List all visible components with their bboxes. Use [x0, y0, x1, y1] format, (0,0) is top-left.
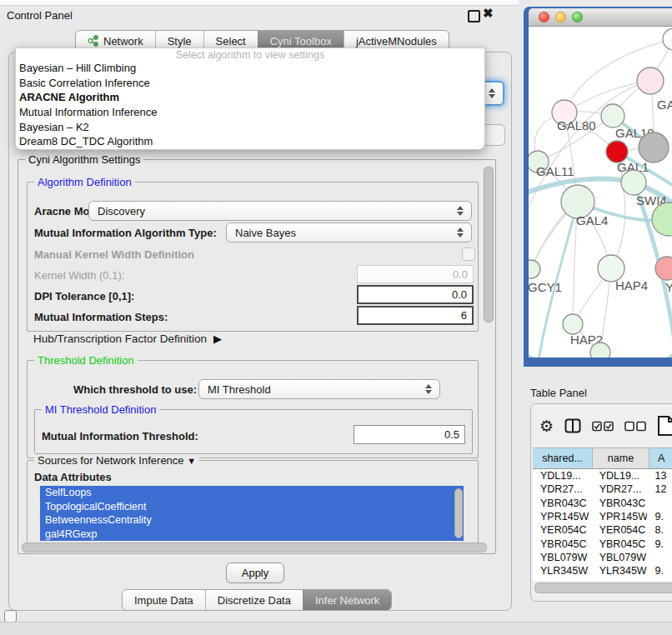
- manual-kernel-checkbox[interactable]: [462, 248, 475, 261]
- table-cell[interactable]: YBR045C: [533, 538, 592, 550]
- combo-arrows-icon: [457, 206, 464, 216]
- algorithm-option[interactable]: Basic Correlation Inference: [16, 76, 484, 91]
- table-row[interactable]: YBR043CYBR043C: [533, 497, 672, 510]
- column-header-avg-shortest-path[interactable]: A: [649, 448, 672, 469]
- apply-button[interactable]: Apply: [226, 562, 284, 583]
- table-row[interactable]: YIL052CYIL052C9: [533, 578, 672, 581]
- network-node[interactable]: [601, 104, 624, 128]
- network-canvas[interactable]: GALGAL80GAL10GAL1GAL11SWI4GAL4GCY1HAP4YH…: [529, 27, 672, 358]
- collapsed-panel-icon[interactable]: [4, 610, 17, 622]
- document-icon[interactable]: [657, 415, 672, 437]
- network-node[interactable]: [590, 342, 610, 358]
- dpi-tolerance-field[interactable]: 0.0: [357, 285, 474, 304]
- data-attribute-item[interactable]: gal4RGexp: [40, 528, 464, 542]
- table-cell[interactable]: YIL052C: [533, 579, 592, 581]
- algorithm-option[interactable]: Bayesian – K2: [16, 120, 484, 135]
- network-view-window[interactable]: GALGAL80GAL10GAL1GAL11SWI4GAL4GCY1HAP4YH…: [524, 7, 672, 367]
- which-threshold-combobox[interactable]: MI Threshold: [198, 379, 440, 399]
- settings-horizontal-scrollbar[interactable]: [22, 542, 487, 552]
- table-cell[interactable]: YPR145W: [592, 511, 648, 522]
- table-cell[interactable]: YLR345W: [592, 565, 648, 577]
- close-traffic-light-icon[interactable]: [539, 12, 549, 22]
- settings-vertical-scrollbar[interactable]: [484, 167, 494, 322]
- network-node[interactable]: [621, 170, 646, 195]
- table-cell[interactable]: YPR145W: [533, 511, 592, 522]
- hub-definition-expander[interactable]: Hub/Transcription Factor Definition ▶: [33, 332, 222, 345]
- attributes-vertical-scrollbar[interactable]: [454, 488, 463, 538]
- tab-select-label: Select: [216, 35, 246, 48]
- mi-threshold-field[interactable]: 0.5: [354, 425, 465, 444]
- aracne-mode-combobox[interactable]: Discovery: [88, 201, 472, 221]
- table-row[interactable]: YDL19...YDL19...13: [533, 469, 672, 482]
- table-cell[interactable]: 9: [647, 579, 672, 581]
- table-cell[interactable]: YBR043C: [592, 498, 648, 509]
- chevron-down-icon[interactable]: ▼: [187, 456, 196, 466]
- network-node[interactable]: [563, 314, 583, 334]
- table-cell[interactable]: YDL19...: [533, 470, 592, 482]
- tab-style-label: Style: [168, 35, 192, 48]
- deselect-all-columns-icon[interactable]: [624, 421, 646, 432]
- table-cell[interactable]: 9.: [647, 565, 672, 577]
- column-header-shared-name[interactable]: shared...: [533, 448, 593, 469]
- columns-icon[interactable]: [564, 418, 581, 434]
- gear-icon[interactable]: ⚙: [539, 418, 554, 434]
- network-node[interactable]: [637, 68, 664, 94]
- bottom-tabbar: Impute Data Discretize Data Infer Networ…: [122, 589, 392, 611]
- table-cell[interactable]: YER054C: [533, 524, 592, 536]
- algorithm-options: Bayesian – Hill ClimbingBasic Correlatio…: [16, 61, 484, 149]
- network-node[interactable]: [529, 260, 540, 278]
- close-icon[interactable]: ✖: [483, 6, 494, 21]
- algorithm-option[interactable]: Bayesian – Hill Climbing: [16, 61, 484, 76]
- network-node[interactable]: [639, 132, 669, 162]
- table-cell[interactable]: YBR043C: [533, 498, 592, 509]
- table-row[interactable]: YER054CYER054C8.: [533, 523, 672, 537]
- zoom-traffic-light-icon[interactable]: [572, 12, 583, 22]
- table-row[interactable]: YBL079WYBL079W: [533, 551, 672, 564]
- data-attribute-item[interactable]: TopologicalCoefficient: [40, 500, 464, 514]
- column-header-name[interactable]: name: [593, 448, 649, 469]
- minimize-traffic-light-icon[interactable]: [555, 12, 566, 22]
- table-row[interactable]: YLR345WYLR345W9.: [533, 564, 672, 578]
- mi-type-combobox[interactable]: Naive Bayes: [226, 222, 472, 242]
- table-cell[interactable]: YDL19...: [592, 470, 648, 482]
- kernel-width-field[interactable]: 0.0: [357, 265, 474, 283]
- table-cell[interactable]: 9.: [647, 511, 672, 522]
- tab-infer-network-label: Infer Network: [315, 594, 379, 607]
- table-cell[interactable]: 9.: [647, 538, 672, 550]
- mi-steps-field[interactable]: 6: [357, 306, 474, 325]
- tab-infer-network[interactable]: Infer Network: [303, 590, 391, 610]
- table-cell[interactable]: 12: [647, 483, 672, 495]
- table-cell[interactable]: YLR345W: [533, 565, 592, 577]
- table-cell[interactable]: YBL079W: [533, 552, 592, 563]
- table-cell[interactable]: YBR045C: [592, 538, 648, 550]
- network-node[interactable]: [652, 202, 672, 236]
- table-row[interactable]: YBR045CYBR045C9.: [533, 537, 672, 550]
- network-node[interactable]: [663, 28, 672, 50]
- aracne-mode-value: Discovery: [98, 205, 145, 218]
- algorithm-option[interactable]: ARACNE Algorithm: [16, 90, 484, 105]
- settings-group-title: Cyni Algorithm Settings: [25, 153, 143, 166]
- table-cell[interactable]: YDR27...: [592, 483, 648, 495]
- network-window-titlebar[interactable]: [529, 8, 672, 27]
- data-attribute-item[interactable]: BetweennessCentrality: [40, 513, 464, 528]
- float-window-icon[interactable]: [468, 10, 480, 22]
- table-cell[interactable]: 13: [647, 470, 672, 482]
- table-header: shared... name A: [533, 448, 672, 469]
- select-all-columns-icon[interactable]: [592, 421, 614, 432]
- algorithm-option[interactable]: Mutual Information Inference: [16, 105, 484, 120]
- table-cell[interactable]: YIL052C: [592, 579, 648, 581]
- table-cell[interactable]: YDR27...: [533, 483, 592, 495]
- table-body: YDL19...YDL19...13YDR27...YDR27...12YBR0…: [533, 469, 672, 581]
- table-panel: ⚙: [530, 403, 672, 602]
- status-bar: [0, 622, 672, 635]
- table-row[interactable]: YPR145WYPR145W9.: [533, 510, 672, 523]
- table-row[interactable]: YDR27...YDR27...12: [533, 482, 672, 496]
- table-cell[interactable]: YBL079W: [592, 552, 648, 563]
- table-horizontal-scrollbar[interactable]: [534, 582, 672, 593]
- algorithm-option[interactable]: Dream8 DC_TDC Algorithm: [16, 134, 484, 149]
- data-attribute-item[interactable]: SelfLoops: [40, 486, 464, 500]
- table-cell[interactable]: 8.: [647, 524, 672, 536]
- tab-discretize-data[interactable]: Discretize Data: [205, 590, 303, 610]
- table-cell[interactable]: YER054C: [592, 524, 648, 536]
- tab-impute-data[interactable]: Impute Data: [123, 590, 205, 610]
